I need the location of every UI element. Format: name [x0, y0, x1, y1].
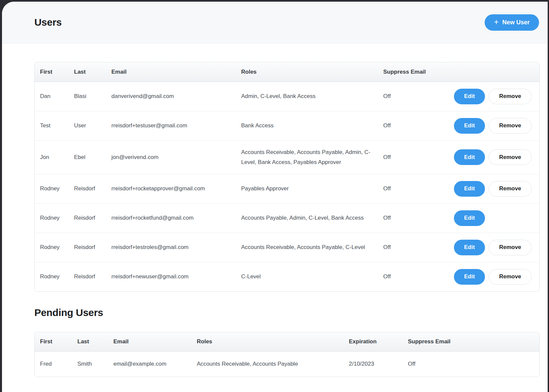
user-suppress-email: Off: [378, 140, 443, 174]
remove-button[interactable]: Remove: [489, 269, 532, 285]
users-table: First Last Email Roles Suppress Email Da…: [35, 62, 539, 291]
user-last-name: Ebel: [69, 140, 106, 174]
table-row: RodneyReisdorfrreisdorf+rocketfund@gmail…: [35, 203, 539, 233]
user-last-name: Reisdorf: [69, 262, 106, 291]
pending-users-title: Pending Users: [34, 307, 540, 318]
app-window: Users + New User First Last Email Roles: [2, 2, 548, 392]
row-actions: EditRemove: [448, 89, 532, 104]
pending-first-name: Fred: [35, 352, 72, 377]
user-email: rreisdorf+testuser@gmail.com: [106, 111, 236, 140]
remove-button[interactable]: Remove: [489, 89, 532, 104]
table-row: RodneyReisdorfrreisdorf+newuser@gmail.co…: [35, 262, 539, 291]
edit-button[interactable]: Edit: [454, 240, 485, 255]
edit-button[interactable]: Edit: [454, 149, 485, 165]
column-header-actions: [443, 62, 539, 82]
column-header-last: Last: [69, 62, 106, 82]
user-email: jon@verivend.com: [106, 140, 236, 174]
column-header-roles: Roles: [191, 332, 344, 352]
column-header-email: Email: [108, 332, 191, 352]
user-suppress-email: Off: [378, 174, 443, 203]
main-content: First Last Email Roles Suppress Email Da…: [2, 62, 548, 377]
column-header-first: First: [35, 62, 69, 82]
column-header-roles: Roles: [236, 62, 378, 82]
row-actions: EditRemove: [448, 240, 532, 255]
page-header: Users + New User: [2, 2, 548, 43]
column-header-last: Last: [72, 332, 108, 352]
new-user-button-label: New User: [502, 19, 530, 26]
edit-button[interactable]: Edit: [454, 269, 485, 285]
table-row: RodneyReisdorfrreisdorf+rocketapprover@g…: [35, 174, 539, 203]
user-suppress-email: Off: [378, 111, 443, 140]
row-actions: EditRemove: [448, 269, 532, 285]
header-row: First Last Email Roles Suppress Email: [35, 62, 539, 82]
user-first-name: Rodney: [35, 203, 69, 233]
user-email: rreisdorf+newuser@gmail.com: [106, 262, 236, 291]
user-suppress-email: Off: [378, 262, 443, 291]
column-header-suppress-email: Suppress Email: [378, 62, 443, 82]
remove-button[interactable]: Remove: [489, 181, 532, 197]
row-actions: EditRemove: [448, 118, 532, 134]
pending-suppress-email: Off: [403, 352, 539, 377]
users-table-header: First Last Email Roles Suppress Email: [35, 62, 539, 82]
new-user-button[interactable]: + New User: [485, 14, 539, 31]
user-first-name: Rodney: [35, 233, 69, 262]
row-actions-cell: EditRemove: [443, 111, 539, 140]
user-last-name: User: [69, 111, 106, 140]
user-suppress-email: Off: [378, 203, 443, 233]
row-actions: EditRemove: [448, 181, 532, 197]
remove-button[interactable]: Remove: [489, 118, 532, 134]
user-first-name: Rodney: [35, 262, 69, 291]
pending-table-body: FredSmithemail@example.comAccounts Recei…: [35, 352, 539, 377]
user-last-name: Reisdorf: [69, 174, 106, 203]
pending-users-table: First Last Email Roles Expiration Suppre…: [35, 332, 539, 377]
column-header-suppress-email: Suppress Email: [403, 332, 539, 352]
user-first-name: Jon: [35, 140, 69, 174]
page-title: Users: [34, 17, 62, 28]
pending-expiration: 2/10/2023: [344, 352, 403, 377]
row-actions-cell: Edit: [443, 203, 539, 233]
user-roles: Payables Approver: [236, 174, 378, 203]
row-actions-cell: EditRemove: [443, 233, 539, 262]
header-row: First Last Email Roles Expiration Suppre…: [35, 332, 539, 352]
user-first-name: Rodney: [35, 174, 69, 203]
remove-button[interactable]: Remove: [489, 240, 532, 255]
row-actions-cell: EditRemove: [443, 174, 539, 203]
remove-button[interactable]: Remove: [489, 149, 532, 165]
table-row: RodneyReisdorfrreisdorf+testroles@gmail.…: [35, 233, 539, 262]
row-actions-cell: EditRemove: [443, 82, 539, 111]
user-first-name: Test: [35, 111, 69, 140]
user-suppress-email: Off: [378, 233, 443, 262]
user-roles: Accounts Receivable, Accounts Payable, A…: [236, 140, 378, 174]
row-actions-cell: EditRemove: [443, 140, 539, 174]
user-roles: Admin, C-Level, Bank Access: [236, 82, 378, 111]
user-email: rreisdorf+rocketapprover@gmail.com: [106, 174, 236, 203]
table-row: FredSmithemail@example.comAccounts Recei…: [35, 352, 539, 377]
pending-email: email@example.com: [108, 352, 191, 377]
edit-button[interactable]: Edit: [454, 89, 485, 104]
table-row: JonEbeljon@verivend.comAccounts Receivab…: [35, 140, 539, 174]
table-row: DanBlasidanverivend@gmail.comAdmin, C-Le…: [35, 82, 539, 111]
row-actions: EditRemove: [448, 149, 532, 165]
pending-users-table-container: First Last Email Roles Expiration Suppre…: [34, 332, 540, 377]
user-suppress-email: Off: [378, 82, 443, 111]
pending-last-name: Smith: [72, 352, 108, 377]
user-roles: Accounts Payable, Admin, C-Level, Bank A…: [236, 203, 378, 233]
user-email: rreisdorf+rocketfund@gmail.com: [106, 203, 236, 233]
pending-table-header: First Last Email Roles Expiration Suppre…: [35, 332, 539, 352]
edit-button[interactable]: Edit: [454, 118, 485, 134]
edit-button[interactable]: Edit: [454, 210, 485, 226]
row-actions-cell: EditRemove: [443, 262, 539, 291]
plus-icon: +: [494, 18, 499, 26]
user-email: rreisdorf+testroles@gmail.com: [106, 233, 236, 262]
row-actions: Edit: [448, 210, 532, 226]
column-header-first: First: [35, 332, 72, 352]
column-header-expiration: Expiration: [344, 332, 403, 352]
pending-roles: Accounts Receivable, Accounts Payable: [191, 352, 344, 377]
user-last-name: Reisdorf: [69, 203, 106, 233]
edit-button[interactable]: Edit: [454, 181, 485, 197]
user-roles: Accounts Receivable, Accounts Payable, C…: [236, 233, 378, 262]
column-header-email: Email: [106, 62, 236, 82]
users-table-container: First Last Email Roles Suppress Email Da…: [34, 62, 540, 292]
user-email: danverivend@gmail.com: [106, 82, 236, 111]
user-last-name: Reisdorf: [69, 233, 106, 262]
